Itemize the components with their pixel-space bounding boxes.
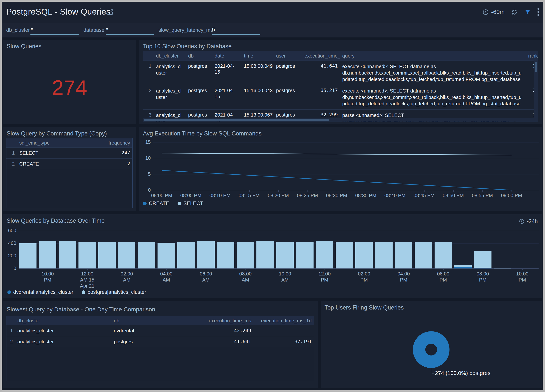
global-time-range[interactable]: -60m xyxy=(483,9,505,16)
table-body: 1SELECT2472CREATE2 xyxy=(6,147,132,169)
command-type-table: sql_cmd_typefrequency 1SELECT2472CREATE2 xyxy=(6,138,133,208)
donut-annotation: 274 (100.0%) postgres xyxy=(435,370,490,376)
x-axis-tick-label: 10:00 PM xyxy=(507,271,538,283)
vertical-scrollbar[interactable] xyxy=(534,61,538,122)
panel-title: Slow Queries xyxy=(7,43,41,50)
bar-segment-postgres[interactable] xyxy=(336,242,353,268)
cell-execution-time: 41.641 xyxy=(302,61,340,85)
bar-segment-postgres[interactable] xyxy=(375,242,393,268)
filter-icon[interactable] xyxy=(524,9,531,16)
header-controls: -60m xyxy=(483,8,539,16)
x-axis-tick xyxy=(87,268,87,270)
slowest-query-table: db_clusterdbexecution_time_msexecution_t… xyxy=(6,316,314,381)
bar-segment-postgres[interactable] xyxy=(177,242,195,268)
legend-item[interactable]: dvdrental|analytics_cluster xyxy=(7,289,73,295)
x-axis-tick xyxy=(522,268,523,270)
cell-date: 2021-04-15 xyxy=(212,85,242,109)
bar-segment-postgres[interactable] xyxy=(19,243,37,268)
horizontal-scrollbar[interactable] xyxy=(143,118,534,122)
series-color-dot xyxy=(82,290,85,294)
cell-query: execute <unnamed>: SELECT datname as db,… xyxy=(340,85,526,109)
table-row[interactable]: 1analytics_clusterdvdrental42.249 xyxy=(6,325,314,336)
bar-segment-dvdrental[interactable] xyxy=(474,268,491,268)
refresh-icon[interactable] xyxy=(511,9,518,16)
table-row[interactable]: 2analytics_clusterpostgres2021-04-1515:1… xyxy=(143,85,538,109)
x-axis-tick xyxy=(483,268,483,270)
bar-segment-postgres[interactable] xyxy=(355,242,373,268)
legend-item[interactable]: SELECT xyxy=(178,200,203,206)
legend-item[interactable]: CREATE xyxy=(143,200,169,206)
bar-segment-postgres[interactable] xyxy=(316,241,333,268)
cell-sql-cmd-type: CREATE xyxy=(17,159,102,169)
bar-segment-postgres[interactable] xyxy=(197,241,215,268)
y-axis-tick-label: 0 xyxy=(7,265,16,271)
cell-frequency: 247 xyxy=(102,148,132,158)
cell-frequency: 2 xyxy=(102,159,132,169)
scrollbar-thumb[interactable] xyxy=(144,119,329,121)
table-row[interactable]: 1analytics_clusterpostgres2021-04-1515:0… xyxy=(143,61,538,85)
bar-segment-postgres[interactable] xyxy=(39,241,56,268)
filter-database: database * xyxy=(83,23,159,37)
x-axis-tick-label: 10:00 PM xyxy=(32,271,63,283)
bar-segment-postgres[interactable] xyxy=(494,268,511,268)
x-axis-tick-label: 08:00 PM xyxy=(468,271,498,283)
cell-db: postgres xyxy=(186,85,212,109)
bar-segment-postgres[interactable] xyxy=(415,242,432,268)
cell-execution-time: 42.249 xyxy=(198,325,254,336)
bar-segment-postgres[interactable] xyxy=(454,265,472,267)
dashboard-title: PostgreSQL - Slow Queries xyxy=(6,7,111,16)
bar-segment-postgres[interactable] xyxy=(395,242,412,268)
cell-execution-time: 41.641 xyxy=(198,336,254,347)
latency-input[interactable]: 5 xyxy=(212,25,260,35)
donut-chart[interactable] xyxy=(321,301,542,388)
bar-segment-postgres[interactable] xyxy=(237,242,254,268)
table-row[interactable]: 2analytics_clusterpostgres41.64137.191 xyxy=(6,336,314,347)
bar-segment-postgres[interactable] xyxy=(256,241,274,268)
legend-label: dvdrental|analytics_cluster xyxy=(13,289,73,295)
cell-user: postgres xyxy=(274,85,302,109)
x-axis-tick xyxy=(285,268,285,270)
bar-segment-postgres[interactable] xyxy=(217,242,234,268)
bar-segment-postgres[interactable] xyxy=(138,242,155,268)
y-axis-tick-label: 600 xyxy=(7,228,16,233)
col-sql-cmd-type: sql_cmd_type xyxy=(17,138,102,148)
bar-segment-postgres[interactable] xyxy=(434,242,452,268)
col-db-cluster: db_cluster xyxy=(154,51,186,61)
table-row[interactable]: 2CREATE2 xyxy=(6,158,132,169)
x-axis-tick xyxy=(324,268,325,270)
dashboard-header: PostgreSQL - Slow Queries -60m xyxy=(2,2,543,23)
cell-time: 15:08:00.049 xyxy=(242,61,274,85)
top10-table: db_clusterdbdatetimeuserexecution_time_m… xyxy=(143,51,538,122)
db-cluster-input[interactable]: * xyxy=(31,25,79,35)
bar-segment-postgres[interactable] xyxy=(296,242,314,268)
bar-segment-postgres[interactable] xyxy=(98,242,116,268)
database-input[interactable]: * xyxy=(106,25,154,35)
table-row[interactable]: 1SELECT247 xyxy=(6,147,132,158)
panel-title: Slowest Query by Database - One Day Time… xyxy=(7,306,155,313)
col-index xyxy=(6,319,15,323)
cell-db-cluster: analytics_cluster xyxy=(15,336,111,347)
export-icon[interactable] xyxy=(107,8,114,16)
col-frequency: frequency xyxy=(102,138,132,148)
bar-segment-dvdrental[interactable] xyxy=(454,267,472,268)
bar-segment-postgres[interactable] xyxy=(474,251,491,268)
x-axis-tick-label: 04:00 AM xyxy=(151,271,181,283)
row-index: 1 xyxy=(6,325,15,336)
x-axis-tick xyxy=(404,268,404,270)
filter-db-cluster: db_cluster * xyxy=(6,23,86,37)
bar-segment-postgres[interactable] xyxy=(79,242,96,268)
col-db: db xyxy=(186,51,212,61)
bar-segment-postgres[interactable] xyxy=(276,242,294,268)
bar-segment-postgres[interactable] xyxy=(158,243,175,268)
donut-slice-postgres[interactable] xyxy=(419,337,443,362)
series-line-select xyxy=(162,153,512,155)
legend-item[interactable]: postgres|analytics_cluster xyxy=(82,289,146,295)
col-rank: rank xyxy=(526,51,538,61)
scrollbar-thumb[interactable] xyxy=(535,62,537,72)
filter-label: slow_query_latency_ms xyxy=(158,27,213,33)
kebab-menu-icon[interactable] xyxy=(538,8,539,16)
bar-segment-postgres[interactable] xyxy=(59,241,76,268)
col-user: user xyxy=(274,51,302,61)
cell-time: 15:16:00.043 xyxy=(242,85,274,109)
bar-segment-postgres[interactable] xyxy=(118,242,135,268)
